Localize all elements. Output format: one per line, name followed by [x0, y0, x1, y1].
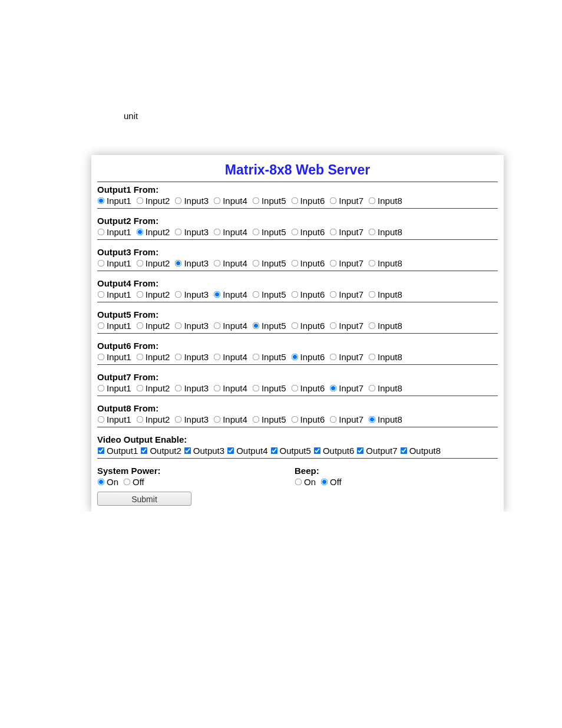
output-2-input-1-option[interactable]: Input1: [97, 227, 131, 237]
output-6-input-1-option[interactable]: Input1: [97, 352, 131, 362]
output-4-input-8-option[interactable]: Input8: [368, 289, 402, 299]
output-3-input-7-option[interactable]: Input7: [329, 258, 363, 268]
output-2-input-5-radio[interactable]: [253, 229, 260, 236]
output-6-input-2-radio[interactable]: [136, 354, 143, 361]
output-2-input-5-option[interactable]: Input5: [252, 227, 286, 237]
output-4-input-5-radio[interactable]: [253, 291, 260, 298]
output-6-input-2-option[interactable]: Input2: [136, 352, 170, 362]
output-6-input-8-radio[interactable]: [369, 354, 376, 361]
output-7-input-3-option[interactable]: Input3: [174, 383, 209, 393]
output-5-input-3-option[interactable]: Input3: [174, 321, 209, 331]
output-6-input-6-option[interactable]: Input6: [291, 352, 325, 362]
output-7-input-8-radio[interactable]: [369, 385, 376, 392]
output-4-input-2-radio[interactable]: [136, 291, 143, 298]
system-power-off-option[interactable]: Off: [123, 477, 144, 487]
output-3-input-1-option[interactable]: Input1: [97, 258, 131, 268]
output-4-input-8-radio[interactable]: [369, 291, 376, 298]
output-5-input-5-radio[interactable]: [253, 322, 260, 330]
output-4-input-4-option[interactable]: Input4: [213, 289, 247, 299]
output-3-input-5-radio[interactable]: [253, 260, 260, 267]
video-enable-output-4-checkbox[interactable]: [227, 447, 234, 454]
video-enable-output-5-option[interactable]: Output5: [270, 446, 311, 456]
video-enable-output-6-option[interactable]: Output6: [313, 446, 354, 456]
output-4-input-6-option[interactable]: Input6: [291, 289, 325, 299]
output-4-input-7-option[interactable]: Input7: [329, 289, 363, 299]
output-2-input-4-radio[interactable]: [214, 229, 221, 236]
output-1-input-2-radio[interactable]: [136, 197, 143, 205]
output-1-input-1-option[interactable]: Input1: [97, 196, 131, 206]
output-8-input-8-option[interactable]: Input8: [368, 414, 402, 424]
output-4-input-3-option[interactable]: Input3: [174, 289, 209, 299]
output-6-input-5-option[interactable]: Input5: [252, 352, 286, 362]
output-3-input-4-option[interactable]: Input4: [213, 258, 247, 268]
output-4-input-1-radio[interactable]: [98, 291, 105, 298]
output-5-input-2-radio[interactable]: [136, 322, 143, 330]
system-power-on-option[interactable]: On: [97, 477, 118, 487]
video-enable-output-1-option[interactable]: Output1: [97, 446, 138, 456]
beep-off-radio[interactable]: [321, 479, 328, 486]
output-8-input-5-radio[interactable]: [253, 416, 260, 423]
output-5-input-1-radio[interactable]: [98, 322, 105, 330]
output-6-input-3-option[interactable]: Input3: [174, 352, 209, 362]
output-4-input-4-radio[interactable]: [214, 291, 221, 298]
output-2-input-3-radio[interactable]: [175, 229, 182, 236]
beep-off-option[interactable]: Off: [320, 477, 342, 487]
output-5-input-3-radio[interactable]: [175, 322, 182, 330]
output-3-input-4-radio[interactable]: [214, 260, 221, 267]
output-3-input-5-option[interactable]: Input5: [252, 258, 286, 268]
output-5-input-7-radio[interactable]: [330, 322, 337, 330]
output-8-input-3-radio[interactable]: [175, 416, 182, 423]
video-enable-output-7-checkbox[interactable]: [357, 447, 364, 454]
video-enable-output-1-checkbox[interactable]: [98, 447, 105, 454]
output-3-input-2-option[interactable]: Input2: [136, 258, 170, 268]
output-6-input-1-radio[interactable]: [98, 354, 105, 361]
output-3-input-3-option[interactable]: Input3: [174, 258, 209, 268]
output-5-input-5-option[interactable]: Input5: [252, 321, 286, 331]
video-enable-output-3-checkbox[interactable]: [184, 447, 191, 454]
output-8-input-1-radio[interactable]: [98, 416, 105, 423]
output-1-input-5-radio[interactable]: [253, 197, 260, 205]
output-4-input-3-radio[interactable]: [175, 291, 182, 298]
output-8-input-2-radio[interactable]: [136, 416, 143, 423]
output-1-input-2-option[interactable]: Input2: [136, 196, 170, 206]
output-5-input-1-option[interactable]: Input1: [97, 321, 131, 331]
output-8-input-5-option[interactable]: Input5: [252, 414, 286, 424]
output-8-input-7-option[interactable]: Input7: [329, 414, 363, 424]
video-enable-output-8-option[interactable]: Output8: [400, 446, 441, 456]
system-power-on-radio[interactable]: [98, 479, 105, 486]
output-7-input-1-radio[interactable]: [98, 385, 105, 392]
output-3-input-6-radio[interactable]: [291, 260, 298, 267]
output-1-input-1-radio[interactable]: [98, 197, 105, 205]
output-1-input-5-option[interactable]: Input5: [252, 196, 286, 206]
output-7-input-2-radio[interactable]: [136, 385, 143, 392]
output-2-input-8-option[interactable]: Input8: [368, 227, 402, 237]
output-2-input-7-option[interactable]: Input7: [329, 227, 363, 237]
output-5-input-8-option[interactable]: Input8: [368, 321, 402, 331]
output-8-input-7-radio[interactable]: [330, 416, 337, 423]
output-5-input-6-radio[interactable]: [291, 322, 298, 330]
output-1-input-8-option[interactable]: Input8: [368, 196, 402, 206]
video-enable-output-7-option[interactable]: Output7: [356, 446, 397, 456]
output-6-input-4-radio[interactable]: [214, 354, 221, 361]
output-5-input-4-option[interactable]: Input4: [213, 321, 247, 331]
output-3-input-8-option[interactable]: Input8: [368, 258, 402, 268]
output-6-input-4-option[interactable]: Input4: [213, 352, 247, 362]
output-8-input-6-radio[interactable]: [291, 416, 298, 423]
output-7-input-1-option[interactable]: Input1: [97, 383, 131, 393]
output-3-input-7-radio[interactable]: [330, 260, 337, 267]
beep-on-radio[interactable]: [295, 479, 302, 486]
output-1-input-4-option[interactable]: Input4: [213, 196, 247, 206]
output-8-input-2-option[interactable]: Input2: [136, 414, 170, 424]
output-4-input-1-option[interactable]: Input1: [97, 289, 131, 299]
output-1-input-8-radio[interactable]: [369, 197, 376, 205]
video-enable-output-4-option[interactable]: Output4: [227, 446, 267, 456]
output-6-input-6-radio[interactable]: [291, 354, 298, 361]
output-7-input-4-option[interactable]: Input4: [213, 383, 247, 393]
output-8-input-3-option[interactable]: Input3: [174, 414, 209, 424]
output-4-input-6-radio[interactable]: [291, 291, 298, 298]
output-7-input-3-radio[interactable]: [175, 385, 182, 392]
output-2-input-8-radio[interactable]: [369, 229, 376, 236]
output-4-input-5-option[interactable]: Input5: [252, 289, 286, 299]
output-2-input-1-radio[interactable]: [98, 229, 105, 236]
output-3-input-3-radio[interactable]: [175, 260, 182, 267]
